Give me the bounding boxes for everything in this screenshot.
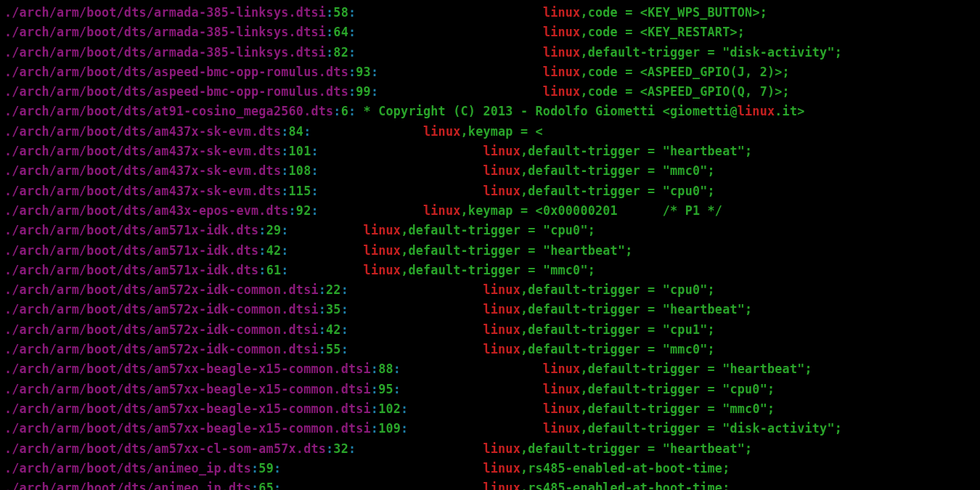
grep-line-number: 29 — [266, 223, 282, 237]
grep-file-path: ./arch/arm/boot/dts/armada-385-linksys.d… — [4, 25, 326, 39]
grep-colon: : — [341, 322, 348, 337]
grep-line-number: 109 — [378, 421, 401, 436]
grep-file-path: ./arch/arm/boot/dts/am43x-epos-evm.dts — [4, 203, 289, 218]
grep-line-suffix: ,rs485-enabled-at-boot-time; — [520, 461, 730, 475]
grep-colon: : — [319, 302, 326, 317]
grep-colon: : — [348, 65, 356, 79]
grep-colon: : — [326, 25, 333, 39]
grep-file-path: ./arch/arm/boot/dts/animeo_ip.dts — [4, 481, 251, 490]
grep-line-number: 92 — [296, 203, 311, 218]
grep-line-number: 6 — [341, 104, 348, 118]
grep-colon: : — [348, 45, 356, 60]
grep-file-path: ./arch/arm/boot/dts/am572x-idk-common.dt… — [4, 302, 319, 317]
grep-line-prefix — [348, 302, 483, 317]
grep-line-number: 32 — [333, 441, 348, 456]
grep-line-suffix: ,default-trigger = "cpu0"; — [520, 282, 715, 297]
grep-line-number: 108 — [289, 163, 311, 178]
grep-line-suffix: ,default-trigger = "cpu0"; — [520, 184, 715, 198]
grep-line-prefix — [311, 124, 423, 139]
grep-match-token: linux — [543, 401, 581, 416]
grep-file-path: ./arch/arm/boot/dts/am571x-idk.dts — [4, 263, 258, 277]
grep-line-suffix: ,code = <KEY_WPS_BUTTON>; — [580, 5, 767, 20]
grep-file-path: ./arch/arm/boot/dts/aspeed-bmc-opp-romul… — [4, 84, 348, 99]
grep-line-suffix: ,default-trigger = "mmc0"; — [520, 163, 715, 178]
grep-line-number: 42 — [326, 322, 341, 337]
grep-colon: : — [311, 163, 318, 178]
grep-line-suffix: ,keymap = <0x00000201 /* P1 */ — [461, 203, 723, 218]
grep-line-suffix: ,default-trigger = "cpu0"; — [580, 382, 775, 396]
grep-colon: : — [326, 45, 333, 60]
grep-match-token: linux — [483, 144, 520, 158]
grep-colon: : — [319, 322, 326, 337]
grep-line-prefix — [356, 45, 543, 60]
grep-file-path: ./arch/arm/boot/dts/am572x-idk-common.dt… — [4, 342, 319, 356]
grep-line-suffix: ,code = <ASPEED_GPIO(Q, 7)>; — [580, 84, 790, 99]
grep-line-prefix — [408, 421, 542, 436]
grep-line-prefix — [319, 184, 483, 198]
grep-line-prefix — [356, 5, 543, 20]
grep-file-path: ./arch/arm/boot/dts/aspeed-bmc-opp-romul… — [4, 65, 348, 79]
grep-line-prefix — [319, 163, 483, 178]
grep-match-token: linux — [423, 124, 461, 139]
grep-colon: : — [341, 342, 348, 356]
grep-line-number: 22 — [326, 282, 341, 297]
grep-colon: : — [303, 124, 311, 139]
grep-line-number: 99 — [356, 84, 371, 99]
grep-file-path: ./arch/arm/boot/dts/am437x-sk-evm.dts — [4, 124, 281, 139]
grep-colon: : — [258, 263, 266, 277]
grep-line-prefix — [289, 223, 364, 237]
grep-colon: : — [319, 342, 326, 356]
grep-line-prefix — [401, 382, 543, 396]
grep-line-suffix: ,default-trigger = "heartbeat"; — [520, 144, 752, 158]
grep-line-number: 35 — [326, 302, 341, 317]
grep-match-token: linux — [543, 5, 581, 20]
grep-line-prefix — [319, 144, 483, 158]
grep-colon: : — [326, 5, 333, 20]
grep-line-prefix — [348, 342, 483, 356]
grep-colon: : — [311, 184, 318, 198]
grep-file-path: ./arch/arm/boot/dts/animeo_ip.dts — [4, 461, 251, 475]
grep-colon: : — [393, 382, 401, 396]
grep-line-suffix: ,keymap = < — [461, 124, 543, 139]
grep-line-suffix: ,default-trigger = "heartbeat"; — [520, 441, 752, 456]
grep-file-path: ./arch/arm/boot/dts/am571x-idk.dts — [4, 243, 258, 258]
grep-line-suffix: ,default-trigger = "heartbeat"; — [580, 362, 812, 376]
grep-line-prefix — [356, 25, 543, 39]
grep-colon: : — [281, 163, 288, 178]
grep-colon: : — [371, 84, 378, 99]
grep-file-path: ./arch/arm/boot/dts/am437x-sk-evm.dts — [4, 184, 281, 198]
grep-colon: : — [333, 104, 340, 118]
grep-line-suffix: ,default-trigger = "mmc0"; — [580, 401, 775, 416]
grep-line-number: 59 — [258, 461, 274, 475]
grep-file-path: ./arch/arm/boot/dts/am57xx-beagle-x15-co… — [4, 401, 371, 416]
grep-match-token: linux — [483, 184, 520, 198]
grep-line-number: 84 — [289, 124, 304, 139]
grep-line-suffix: ,rs485-enabled-at-boot-time; — [520, 481, 730, 490]
grep-colon: : — [371, 401, 378, 416]
grep-colon: : — [281, 144, 288, 158]
grep-line-suffix: .it> — [775, 104, 804, 118]
grep-file-path: ./arch/arm/boot/dts/am572x-idk-common.dt… — [4, 282, 319, 297]
grep-match-token: linux — [483, 342, 520, 356]
grep-colon: : — [401, 401, 408, 416]
grep-line-number: 88 — [378, 362, 393, 376]
grep-colon: : — [281, 243, 288, 258]
grep-line-number: 115 — [289, 184, 311, 198]
grep-line-prefix: * Copyright (C) 2013 - Rodolfo Giometti … — [356, 104, 737, 118]
grep-match-token: linux — [543, 25, 581, 39]
grep-colon: : — [258, 243, 266, 258]
grep-line-number: 58 — [333, 5, 348, 20]
grep-file-path: ./arch/arm/boot/dts/am57xx-beagle-x15-co… — [4, 362, 371, 376]
grep-line-suffix: ,default-trigger = "cpu0"; — [401, 223, 595, 237]
grep-match-token: linux — [543, 84, 581, 99]
grep-match-token: linux — [543, 421, 581, 436]
grep-colon: : — [371, 65, 378, 79]
grep-colon: : — [258, 223, 266, 237]
grep-colon: : — [319, 282, 326, 297]
grep-line-suffix: ,code = <ASPEED_GPIO(J, 2)>; — [580, 65, 790, 79]
grep-line-prefix — [289, 243, 364, 258]
grep-colon: : — [311, 144, 318, 158]
grep-file-path: ./arch/arm/boot/dts/armada-385-linksys.d… — [4, 45, 326, 60]
grep-line-suffix: ,default-trigger = "disk-activity"; — [580, 421, 842, 436]
grep-colon: : — [274, 481, 281, 490]
